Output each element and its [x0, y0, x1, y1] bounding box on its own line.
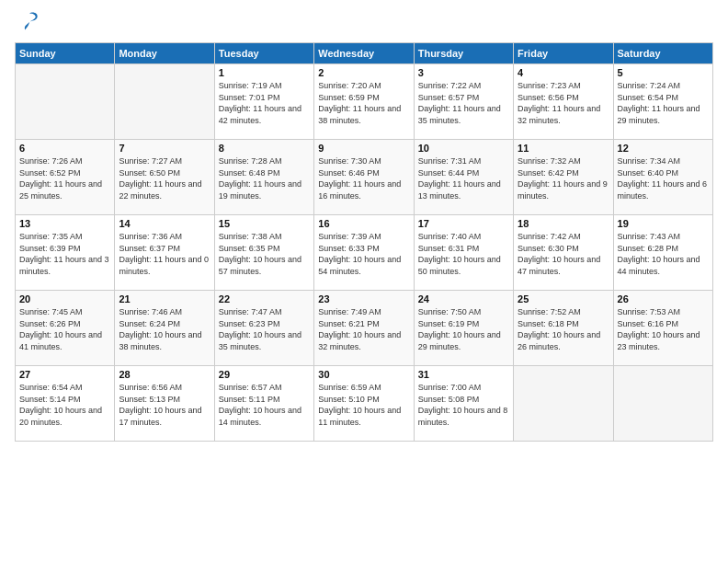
calendar-cell: 18Sunrise: 7:42 AMSunset: 6:30 PMDayligh… — [514, 215, 613, 291]
week-row-2: 6Sunrise: 7:26 AMSunset: 6:52 PMDaylight… — [16, 140, 713, 215]
calendar-cell: 4Sunrise: 7:23 AMSunset: 6:56 PMDaylight… — [514, 64, 613, 140]
day-number: 7 — [119, 143, 210, 154]
day-number: 20 — [19, 293, 110, 304]
day-detail: Sunrise: 7:36 AMSunset: 6:37 PMDaylight:… — [119, 231, 210, 277]
day-detail: Sunrise: 7:27 AMSunset: 6:50 PMDaylight:… — [119, 155, 210, 201]
day-detail: Sunrise: 6:56 AMSunset: 5:13 PMDaylight:… — [119, 382, 210, 428]
calendar-cell — [613, 366, 712, 442]
weekday-header-thursday: Thursday — [414, 43, 513, 64]
day-detail: Sunrise: 7:46 AMSunset: 6:24 PMDaylight:… — [119, 306, 210, 352]
calendar-cell: 21Sunrise: 7:46 AMSunset: 6:24 PMDayligh… — [115, 291, 214, 366]
day-detail: Sunrise: 7:23 AMSunset: 6:56 PMDaylight:… — [518, 80, 609, 126]
day-number: 10 — [418, 143, 509, 154]
calendar-cell: 9Sunrise: 7:30 AMSunset: 6:46 PMDaylight… — [314, 140, 414, 215]
day-number: 26 — [618, 293, 709, 304]
calendar-cell: 17Sunrise: 7:40 AMSunset: 6:31 PMDayligh… — [414, 215, 513, 291]
calendar-cell: 24Sunrise: 7:50 AMSunset: 6:19 PMDayligh… — [414, 291, 513, 366]
day-detail: Sunrise: 7:28 AMSunset: 6:48 PMDaylight:… — [219, 155, 310, 201]
day-detail: Sunrise: 7:35 AMSunset: 6:39 PMDaylight:… — [19, 231, 110, 277]
calendar-cell — [514, 366, 613, 442]
calendar-cell: 3Sunrise: 7:22 AMSunset: 6:57 PMDaylight… — [414, 64, 513, 140]
day-detail: Sunrise: 7:00 AMSunset: 5:08 PMDaylight:… — [418, 382, 509, 428]
calendar-cell: 1Sunrise: 7:19 AMSunset: 7:01 PMDaylight… — [214, 64, 313, 140]
day-detail: Sunrise: 6:57 AMSunset: 5:11 PMDaylight:… — [219, 382, 310, 428]
calendar-cell: 6Sunrise: 7:26 AMSunset: 6:52 PMDaylight… — [16, 140, 115, 215]
day-detail: Sunrise: 7:38 AMSunset: 6:35 PMDaylight:… — [219, 231, 310, 277]
day-detail: Sunrise: 7:32 AMSunset: 6:42 PMDaylight:… — [518, 155, 609, 201]
day-number: 18 — [518, 218, 609, 229]
calendar-cell: 20Sunrise: 7:45 AMSunset: 6:26 PMDayligh… — [16, 291, 115, 366]
calendar-cell: 28Sunrise: 6:56 AMSunset: 5:13 PMDayligh… — [115, 366, 214, 442]
logo-bird-icon — [17, 9, 42, 35]
day-number: 21 — [119, 293, 210, 304]
day-number: 27 — [19, 369, 110, 380]
weekday-header-sunday: Sunday — [16, 43, 115, 64]
calendar-cell: 19Sunrise: 7:43 AMSunset: 6:28 PMDayligh… — [613, 215, 712, 291]
day-number: 9 — [318, 143, 409, 154]
calendar-cell — [16, 64, 115, 140]
day-number: 19 — [618, 218, 709, 229]
weekday-header-row: SundayMondayTuesdayWednesdayThursdayFrid… — [16, 43, 713, 64]
day-detail: Sunrise: 7:30 AMSunset: 6:46 PMDaylight:… — [318, 155, 409, 201]
day-detail: Sunrise: 7:42 AMSunset: 6:30 PMDaylight:… — [518, 231, 609, 277]
calendar-cell: 31Sunrise: 7:00 AMSunset: 5:08 PMDayligh… — [414, 366, 513, 442]
day-number: 16 — [318, 218, 409, 229]
day-number: 11 — [518, 143, 609, 154]
day-detail: Sunrise: 6:54 AMSunset: 5:14 PMDaylight:… — [19, 382, 110, 428]
day-number: 6 — [19, 143, 110, 154]
day-number: 31 — [418, 369, 509, 380]
day-detail: Sunrise: 7:53 AMSunset: 6:16 PMDaylight:… — [618, 306, 709, 352]
day-detail: Sunrise: 7:52 AMSunset: 6:18 PMDaylight:… — [518, 306, 609, 352]
day-number: 25 — [518, 293, 609, 304]
logo — [15, 15, 42, 35]
day-detail: Sunrise: 7:24 AMSunset: 6:54 PMDaylight:… — [618, 80, 709, 126]
calendar-cell: 23Sunrise: 7:49 AMSunset: 6:21 PMDayligh… — [314, 291, 414, 366]
day-number: 15 — [219, 218, 310, 229]
day-number: 22 — [219, 293, 310, 304]
weekday-header-saturday: Saturday — [613, 43, 712, 64]
week-row-5: 27Sunrise: 6:54 AMSunset: 5:14 PMDayligh… — [16, 366, 713, 442]
day-detail: Sunrise: 7:22 AMSunset: 6:57 PMDaylight:… — [418, 80, 509, 126]
weekday-header-tuesday: Tuesday — [214, 43, 313, 64]
calendar-cell: 11Sunrise: 7:32 AMSunset: 6:42 PMDayligh… — [514, 140, 613, 215]
day-detail: Sunrise: 7:49 AMSunset: 6:21 PMDaylight:… — [318, 306, 409, 352]
weekday-header-wednesday: Wednesday — [314, 43, 414, 64]
day-detail: Sunrise: 7:26 AMSunset: 6:52 PMDaylight:… — [19, 155, 110, 201]
calendar-cell: 29Sunrise: 6:57 AMSunset: 5:11 PMDayligh… — [214, 366, 313, 442]
day-number: 30 — [318, 369, 409, 380]
calendar-cell: 27Sunrise: 6:54 AMSunset: 5:14 PMDayligh… — [16, 366, 115, 442]
calendar-cell: 10Sunrise: 7:31 AMSunset: 6:44 PMDayligh… — [414, 140, 513, 215]
day-detail: Sunrise: 7:20 AMSunset: 6:59 PMDaylight:… — [318, 80, 409, 126]
day-number: 5 — [618, 67, 709, 78]
day-detail: Sunrise: 7:39 AMSunset: 6:33 PMDaylight:… — [318, 231, 409, 277]
calendar-cell: 15Sunrise: 7:38 AMSunset: 6:35 PMDayligh… — [214, 215, 313, 291]
calendar-cell: 25Sunrise: 7:52 AMSunset: 6:18 PMDayligh… — [514, 291, 613, 366]
day-detail: Sunrise: 7:50 AMSunset: 6:19 PMDaylight:… — [418, 306, 509, 352]
page-container: SundayMondayTuesdayWednesdayThursdayFrid… — [0, 0, 728, 449]
calendar-cell: 26Sunrise: 7:53 AMSunset: 6:16 PMDayligh… — [613, 291, 712, 366]
day-number: 29 — [219, 369, 310, 380]
day-detail: Sunrise: 7:45 AMSunset: 6:26 PMDaylight:… — [19, 306, 110, 352]
day-number: 17 — [418, 218, 509, 229]
week-row-1: 1Sunrise: 7:19 AMSunset: 7:01 PMDaylight… — [16, 64, 713, 140]
calendar-cell: 5Sunrise: 7:24 AMSunset: 6:54 PMDaylight… — [613, 64, 712, 140]
day-number: 14 — [119, 218, 210, 229]
day-number: 28 — [119, 369, 210, 380]
weekday-header-monday: Monday — [115, 43, 214, 64]
day-number: 24 — [418, 293, 509, 304]
weekday-header-friday: Friday — [514, 43, 613, 64]
day-number: 2 — [318, 67, 409, 78]
week-row-3: 13Sunrise: 7:35 AMSunset: 6:39 PMDayligh… — [16, 215, 713, 291]
calendar-cell: 2Sunrise: 7:20 AMSunset: 6:59 PMDaylight… — [314, 64, 414, 140]
day-number: 23 — [318, 293, 409, 304]
calendar-cell: 22Sunrise: 7:47 AMSunset: 6:23 PMDayligh… — [214, 291, 313, 366]
calendar-body: 1Sunrise: 7:19 AMSunset: 7:01 PMDaylight… — [16, 64, 713, 442]
calendar-cell: 13Sunrise: 7:35 AMSunset: 6:39 PMDayligh… — [16, 215, 115, 291]
day-detail: Sunrise: 6:59 AMSunset: 5:10 PMDaylight:… — [318, 382, 409, 428]
day-number: 13 — [19, 218, 110, 229]
calendar-cell: 8Sunrise: 7:28 AMSunset: 6:48 PMDaylight… — [214, 140, 313, 215]
day-detail: Sunrise: 7:43 AMSunset: 6:28 PMDaylight:… — [618, 231, 709, 277]
day-number: 12 — [618, 143, 709, 154]
day-number: 4 — [518, 67, 609, 78]
day-number: 1 — [219, 67, 310, 78]
